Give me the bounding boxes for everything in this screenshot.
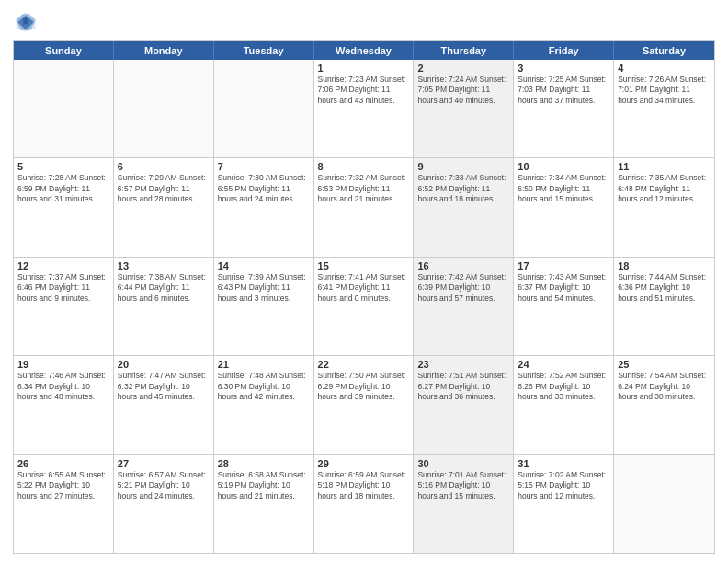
day-info: Sunrise: 6:59 AM Sunset: 5:18 PM Dayligh… (318, 470, 410, 501)
cal-cell: 29Sunrise: 6:59 AM Sunset: 5:18 PM Dayli… (314, 455, 415, 553)
logo (13, 9, 42, 35)
day-info: Sunrise: 7:23 AM Sunset: 7:06 PM Dayligh… (318, 75, 410, 106)
day-number: 20 (118, 359, 210, 370)
cal-cell: 1Sunrise: 7:23 AM Sunset: 7:06 PM Daylig… (314, 60, 415, 157)
cal-cell: 12Sunrise: 7:37 AM Sunset: 6:46 PM Dayli… (14, 258, 114, 355)
day-info: Sunrise: 7:26 AM Sunset: 7:01 PM Dayligh… (618, 75, 711, 106)
cal-header-cell: Monday (114, 41, 214, 60)
cal-cell: 6Sunrise: 7:29 AM Sunset: 6:57 PM Daylig… (114, 158, 214, 256)
cal-cell: 27Sunrise: 6:57 AM Sunset: 5:21 PM Dayli… (114, 455, 214, 553)
day-number: 3 (518, 63, 609, 74)
day-info: Sunrise: 7:51 AM Sunset: 6:27 PM Dayligh… (417, 371, 509, 402)
cal-cell: 13Sunrise: 7:38 AM Sunset: 6:44 PM Dayli… (114, 258, 214, 355)
calendar-header-row: SundayMondayTuesdayWednesdayThursdayFrid… (14, 41, 714, 60)
day-info: Sunrise: 6:58 AM Sunset: 5:19 PM Dayligh… (218, 470, 310, 501)
cal-cell: 30Sunrise: 7:01 AM Sunset: 5:16 PM Dayli… (414, 455, 514, 553)
day-number: 26 (17, 458, 109, 469)
day-info: Sunrise: 7:54 AM Sunset: 6:24 PM Dayligh… (618, 371, 711, 402)
cal-cell: 17Sunrise: 7:43 AM Sunset: 6:37 PM Dayli… (514, 258, 614, 355)
day-number: 12 (17, 260, 109, 271)
cal-header-cell: Friday (514, 41, 614, 60)
cal-cell: 2Sunrise: 7:24 AM Sunset: 7:05 PM Daylig… (414, 60, 514, 157)
day-number: 30 (417, 458, 509, 469)
day-info: Sunrise: 7:48 AM Sunset: 6:30 PM Dayligh… (218, 371, 310, 402)
day-info: Sunrise: 7:44 AM Sunset: 6:36 PM Dayligh… (618, 272, 711, 304)
day-number: 15 (318, 260, 410, 271)
page: SundayMondayTuesdayWednesdayThursdayFrid… (0, 0, 728, 563)
cal-week: 19Sunrise: 7:46 AM Sunset: 6:34 PM Dayli… (14, 356, 714, 454)
day-info: Sunrise: 7:47 AM Sunset: 6:32 PM Dayligh… (118, 371, 210, 402)
calendar: SundayMondayTuesdayWednesdayThursdayFrid… (13, 40, 715, 554)
day-number: 22 (318, 359, 410, 370)
day-info: Sunrise: 7:43 AM Sunset: 6:37 PM Dayligh… (518, 272, 609, 304)
cal-cell: 18Sunrise: 7:44 AM Sunset: 6:36 PM Dayli… (614, 258, 714, 355)
cal-cell: 11Sunrise: 7:35 AM Sunset: 6:48 PM Dayli… (614, 158, 714, 256)
cal-cell: 22Sunrise: 7:50 AM Sunset: 6:29 PM Dayli… (314, 356, 415, 454)
day-number: 5 (17, 161, 109, 172)
cal-cell (614, 455, 714, 553)
day-info: Sunrise: 7:34 AM Sunset: 6:50 PM Dayligh… (518, 173, 609, 204)
day-info: Sunrise: 7:42 AM Sunset: 6:39 PM Dayligh… (417, 272, 509, 304)
day-info: Sunrise: 7:30 AM Sunset: 6:55 PM Dayligh… (218, 173, 310, 204)
day-info: Sunrise: 7:52 AM Sunset: 6:26 PM Dayligh… (518, 371, 609, 402)
cal-cell: 15Sunrise: 7:41 AM Sunset: 6:41 PM Dayli… (314, 258, 415, 355)
day-info: Sunrise: 7:38 AM Sunset: 6:44 PM Dayligh… (118, 272, 210, 304)
cal-cell: 9Sunrise: 7:33 AM Sunset: 6:52 PM Daylig… (414, 158, 514, 256)
day-info: Sunrise: 6:55 AM Sunset: 5:22 PM Dayligh… (17, 470, 109, 501)
day-info: Sunrise: 7:50 AM Sunset: 6:29 PM Dayligh… (318, 371, 410, 402)
cal-cell: 24Sunrise: 7:52 AM Sunset: 6:26 PM Dayli… (514, 356, 614, 454)
cal-cell (14, 60, 114, 157)
cal-header-cell: Wednesday (314, 41, 415, 60)
day-number: 18 (618, 260, 711, 271)
logo-icon (13, 9, 39, 35)
cal-cell: 7Sunrise: 7:30 AM Sunset: 6:55 PM Daylig… (214, 158, 314, 256)
day-info: Sunrise: 7:01 AM Sunset: 5:16 PM Dayligh… (417, 470, 509, 501)
day-number: 19 (17, 359, 109, 370)
day-number: 23 (417, 359, 509, 370)
cal-cell: 26Sunrise: 6:55 AM Sunset: 5:22 PM Dayli… (14, 455, 114, 553)
cal-cell: 25Sunrise: 7:54 AM Sunset: 6:24 PM Dayli… (614, 356, 714, 454)
day-number: 11 (618, 161, 711, 172)
cal-week: 26Sunrise: 6:55 AM Sunset: 5:22 PM Dayli… (14, 455, 714, 553)
day-number: 14 (218, 260, 310, 271)
cal-header-cell: Tuesday (214, 41, 314, 60)
cal-header-cell: Saturday (614, 41, 714, 60)
day-info: Sunrise: 7:37 AM Sunset: 6:46 PM Dayligh… (17, 272, 109, 304)
calendar-body: 1Sunrise: 7:23 AM Sunset: 7:06 PM Daylig… (14, 60, 714, 553)
day-number: 24 (518, 359, 609, 370)
day-info: Sunrise: 7:02 AM Sunset: 5:15 PM Dayligh… (518, 470, 609, 501)
day-number: 28 (218, 458, 310, 469)
day-info: Sunrise: 7:25 AM Sunset: 7:03 PM Dayligh… (518, 75, 609, 106)
day-number: 16 (417, 260, 509, 271)
day-number: 27 (118, 458, 210, 469)
day-number: 10 (518, 161, 609, 172)
day-number: 2 (417, 63, 509, 74)
day-number: 17 (518, 260, 609, 271)
cal-cell (114, 60, 214, 157)
cal-cell (214, 60, 314, 157)
day-number: 6 (118, 161, 210, 172)
day-number: 29 (318, 458, 410, 469)
day-info: Sunrise: 7:32 AM Sunset: 6:53 PM Dayligh… (318, 173, 410, 204)
cal-header-cell: Sunday (14, 41, 114, 60)
day-number: 8 (318, 161, 410, 172)
cal-cell: 8Sunrise: 7:32 AM Sunset: 6:53 PM Daylig… (314, 158, 415, 256)
cal-cell: 28Sunrise: 6:58 AM Sunset: 5:19 PM Dayli… (214, 455, 314, 553)
cal-header-cell: Thursday (414, 41, 514, 60)
day-info: Sunrise: 7:41 AM Sunset: 6:41 PM Dayligh… (318, 272, 410, 304)
day-number: 7 (218, 161, 310, 172)
cal-cell: 31Sunrise: 7:02 AM Sunset: 5:15 PM Dayli… (514, 455, 614, 553)
cal-week: 12Sunrise: 7:37 AM Sunset: 6:46 PM Dayli… (14, 258, 714, 356)
cal-cell: 14Sunrise: 7:39 AM Sunset: 6:43 PM Dayli… (214, 258, 314, 355)
cal-week: 5Sunrise: 7:28 AM Sunset: 6:59 PM Daylig… (14, 158, 714, 257)
day-info: Sunrise: 7:29 AM Sunset: 6:57 PM Dayligh… (118, 173, 210, 204)
header (13, 9, 715, 35)
cal-cell: 23Sunrise: 7:51 AM Sunset: 6:27 PM Dayli… (414, 356, 514, 454)
day-number: 31 (518, 458, 609, 469)
day-info: Sunrise: 7:39 AM Sunset: 6:43 PM Dayligh… (218, 272, 310, 304)
cal-cell: 4Sunrise: 7:26 AM Sunset: 7:01 PM Daylig… (614, 60, 714, 157)
cal-cell: 3Sunrise: 7:25 AM Sunset: 7:03 PM Daylig… (514, 60, 614, 157)
day-number: 9 (417, 161, 509, 172)
day-number: 4 (618, 63, 711, 74)
cal-week: 1Sunrise: 7:23 AM Sunset: 7:06 PM Daylig… (14, 60, 714, 158)
